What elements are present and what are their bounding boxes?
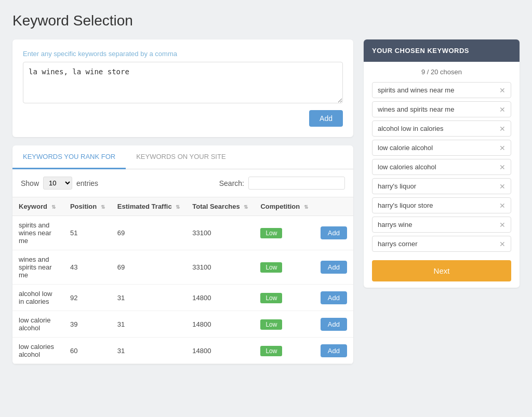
sort-keyword-icon[interactable]: ⇅ bbox=[51, 204, 56, 210]
cell-traffic: 69 bbox=[111, 216, 186, 250]
chosen-count: 9 / 20 chosen bbox=[372, 68, 511, 76]
add-row-button[interactable]: Add bbox=[321, 291, 347, 304]
tab-keywords-site[interactable]: KEYWORDS ON YOUR SITE bbox=[126, 145, 236, 169]
table-row: wines and spirits near me 43 69 33100 Lo… bbox=[12, 250, 353, 285]
tabs-header: KEYWORDS YOU RANK FOR KEYWORDS ON YOUR S… bbox=[12, 145, 353, 169]
cell-traffic: 69 bbox=[111, 250, 186, 285]
search-label: Search: bbox=[219, 179, 244, 187]
remove-keyword-button[interactable]: ✕ bbox=[499, 125, 506, 132]
col-header-position: Position ⇅ bbox=[64, 197, 111, 216]
cell-competition: Low bbox=[254, 216, 314, 250]
chosen-keywords-card: YOUR CHOSEN KEYWORDS 9 / 20 chosen spiri… bbox=[364, 39, 520, 288]
cell-competition: Low bbox=[254, 285, 314, 311]
remove-keyword-button[interactable]: ✕ bbox=[499, 240, 506, 248]
right-panel: YOUR CHOSEN KEYWORDS 9 / 20 chosen spiri… bbox=[364, 39, 520, 288]
left-panel: Enter any specific keywords separated by… bbox=[12, 39, 353, 364]
remove-keyword-button[interactable]: ✕ bbox=[499, 87, 506, 94]
remove-keyword-button[interactable]: ✕ bbox=[499, 144, 506, 152]
chosen-keyword-item: harry's liquor ✕ bbox=[372, 178, 511, 194]
remove-keyword-button[interactable]: ✕ bbox=[499, 164, 506, 171]
sort-position-icon[interactable]: ⇅ bbox=[101, 204, 105, 210]
chosen-keyword-label: harrys wine bbox=[378, 221, 412, 228]
show-label: Show bbox=[21, 179, 39, 187]
remove-keyword-button[interactable]: ✕ bbox=[499, 106, 506, 113]
table-row: spirits and wines near me 51 69 33100 Lo… bbox=[12, 216, 353, 250]
chosen-keyword-item: harry's liquor store ✕ bbox=[372, 197, 511, 213]
page-title: Keyword Selection bbox=[12, 12, 520, 29]
cell-keyword: spirits and wines near me bbox=[12, 216, 64, 250]
remove-keyword-button[interactable]: ✕ bbox=[499, 221, 506, 228]
chosen-keyword-item: harrys corner ✕ bbox=[372, 236, 511, 252]
chosen-body: 9 / 20 chosen spirits and wines near me … bbox=[364, 62, 520, 288]
col-header-searches: Total Searches ⇅ bbox=[186, 197, 254, 216]
cell-keyword: alcohol low in calories bbox=[12, 285, 64, 311]
table-controls: Show 10 25 50 100 entries Search: bbox=[12, 169, 353, 197]
tab-keywords-rank[interactable]: KEYWORDS YOU RANK FOR bbox=[12, 145, 126, 169]
competition-badge: Low bbox=[260, 346, 282, 356]
cell-competition: Low bbox=[254, 338, 314, 364]
cell-searches: 14800 bbox=[186, 338, 254, 364]
next-button[interactable]: Next bbox=[372, 260, 511, 281]
sort-traffic-icon[interactable]: ⇅ bbox=[176, 204, 180, 210]
add-row-button[interactable]: Add bbox=[321, 344, 347, 357]
cell-action: Add bbox=[314, 250, 353, 285]
keyword-textarea[interactable]: la wines, la wine store bbox=[23, 62, 343, 103]
col-header-competition: Competition ⇅ bbox=[254, 197, 314, 216]
chosen-keyword-label: harry's liquor store bbox=[378, 201, 433, 209]
chosen-keyword-label: spirits and wines near me bbox=[378, 86, 454, 94]
cell-keyword: wines and spirits near me bbox=[12, 250, 64, 285]
cell-action: Add bbox=[314, 285, 353, 311]
remove-keyword-button[interactable]: ✕ bbox=[499, 202, 506, 209]
competition-badge: Low bbox=[260, 262, 282, 273]
show-entries-control: Show 10 25 50 100 entries bbox=[21, 177, 98, 190]
competition-badge: Low bbox=[260, 319, 282, 330]
sort-searches-icon[interactable]: ⇅ bbox=[244, 204, 248, 210]
add-keyword-button[interactable]: Add bbox=[309, 110, 343, 127]
cell-position: 39 bbox=[64, 311, 111, 338]
add-row-button[interactable]: Add bbox=[321, 261, 347, 274]
cell-traffic: 31 bbox=[111, 338, 186, 364]
cell-position: 43 bbox=[64, 250, 111, 285]
chosen-keyword-label: low calorie alcohol bbox=[378, 144, 433, 152]
remove-keyword-button[interactable]: ✕ bbox=[499, 183, 506, 190]
cell-action: Add bbox=[314, 311, 353, 338]
cell-searches: 14800 bbox=[186, 285, 254, 311]
sort-competition-icon[interactable]: ⇅ bbox=[304, 204, 308, 210]
cell-action: Add bbox=[314, 216, 353, 250]
col-header-traffic: Estimated Traffic ⇅ bbox=[111, 197, 186, 216]
cell-keyword: low calories alcohol bbox=[12, 338, 64, 364]
chosen-keyword-item: spirits and wines near me ✕ bbox=[372, 82, 511, 98]
chosen-keyword-item: harrys wine ✕ bbox=[372, 217, 511, 233]
chosen-keyword-label: harrys corner bbox=[378, 240, 418, 248]
cell-searches: 33100 bbox=[186, 250, 254, 285]
competition-badge: Low bbox=[260, 293, 282, 303]
cell-competition: Low bbox=[254, 311, 314, 338]
add-row-button[interactable]: Add bbox=[321, 226, 347, 239]
chosen-keyword-label: low calories alcohol bbox=[378, 163, 436, 171]
col-header-keyword: Keyword ⇅ bbox=[12, 197, 64, 216]
chosen-keyword-label: harry's liquor bbox=[378, 182, 416, 190]
cell-searches: 14800 bbox=[186, 311, 254, 338]
col-header-action bbox=[314, 197, 353, 216]
cell-traffic: 31 bbox=[111, 285, 186, 311]
chosen-header: YOUR CHOSEN KEYWORDS bbox=[364, 39, 520, 62]
chosen-keyword-label: wines and spirits near me bbox=[378, 105, 454, 113]
chosen-keyword-item: alcohol low in calories ✕ bbox=[372, 120, 511, 137]
table-search-input[interactable] bbox=[248, 177, 345, 190]
cell-position: 92 bbox=[64, 285, 111, 311]
keywords-table-card: KEYWORDS YOU RANK FOR KEYWORDS ON YOUR S… bbox=[12, 145, 353, 364]
add-row-button[interactable]: Add bbox=[321, 318, 347, 331]
table-search-box: Search: bbox=[219, 177, 345, 190]
table-row: alcohol low in calories 92 31 14800 Low … bbox=[12, 285, 353, 311]
entries-select[interactable]: 10 25 50 100 bbox=[43, 177, 72, 190]
cell-position: 60 bbox=[64, 338, 111, 364]
chosen-keywords-list: spirits and wines near me ✕ wines and sp… bbox=[372, 82, 511, 252]
table-row: low calories alcohol 60 31 14800 Low Add bbox=[12, 338, 353, 364]
chosen-keyword-label: alcohol low in calories bbox=[378, 125, 443, 132]
keyword-input-card: Enter any specific keywords separated by… bbox=[12, 39, 353, 137]
cell-traffic: 31 bbox=[111, 311, 186, 338]
cell-searches: 33100 bbox=[186, 216, 254, 250]
keyword-input-label: Enter any specific keywords separated by… bbox=[23, 50, 343, 58]
competition-badge: Low bbox=[260, 228, 282, 238]
cell-competition: Low bbox=[254, 250, 314, 285]
